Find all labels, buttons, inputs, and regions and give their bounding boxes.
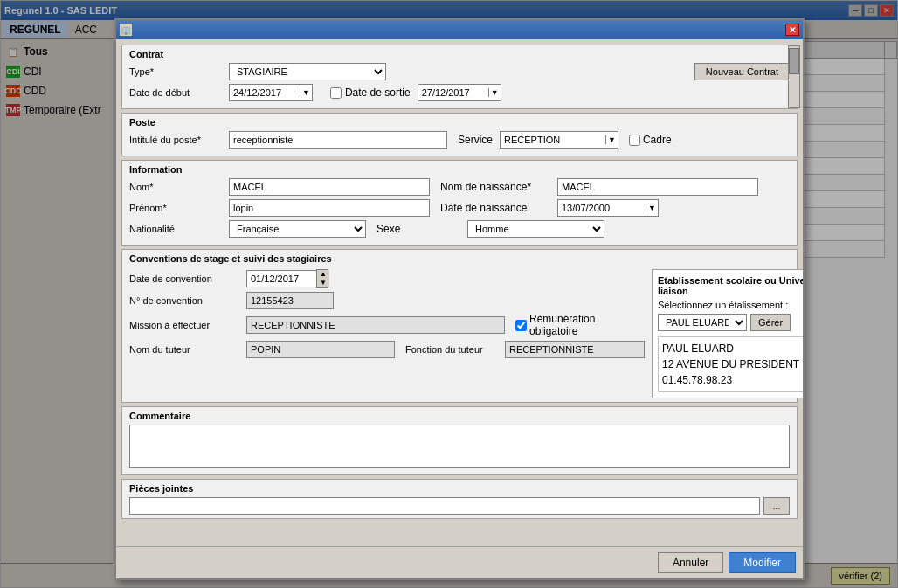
date-naissance-dropdown[interactable]: ▼	[646, 204, 658, 212]
etab-select-row: PAUL ELUARD Gérer	[658, 314, 803, 331]
dates-row: Date de début ▼ Date de sortie	[129, 84, 790, 101]
nom-input[interactable]	[229, 178, 430, 196]
fonction-tuteur-input[interactable]	[505, 341, 645, 358]
date-naissance-label: Date de naissance	[440, 202, 554, 214]
date-debut-dropdown[interactable]: ▼	[300, 88, 312, 97]
remuneration-label: Rémunération obligatoire	[529, 313, 645, 337]
date-debut-field: ▼	[229, 84, 313, 101]
type-row: Type* STAGIAIRE Nouveau Contrat	[129, 63, 790, 80]
type-select[interactable]: STAGIAIRE	[229, 63, 386, 80]
pieces-title: Pièces jointes	[129, 483, 790, 494]
n-convention-input[interactable]	[246, 292, 334, 309]
fonction-tuteur-label: Fonction du tuteur	[405, 344, 501, 355]
tuteur-input[interactable]	[246, 341, 395, 358]
intitule-input[interactable]	[229, 131, 447, 149]
date-naissance-field: ▼	[557, 199, 659, 217]
n-convention-row: N° de convention	[129, 292, 645, 309]
contrat-title: Contrat	[129, 49, 790, 59]
date-sortie-checkbox[interactable]	[330, 87, 342, 99]
dialog-close-button[interactable]: ✕	[785, 24, 799, 36]
prenom-label: Prénom*	[129, 203, 225, 213]
conventions-left: Date de convention ▲ ▼	[129, 269, 645, 398]
tuteur-label: Nom du tuteur	[129, 344, 243, 355]
date-convention-row: Date de convention ▲ ▼	[129, 269, 645, 288]
etab-select[interactable]: PAUL ELUARD	[659, 315, 746, 330]
poste-row: Intitulé du poste* Service ▼ Cadre	[129, 131, 790, 149]
date-sortie-group: Date de sortie	[330, 86, 411, 99]
cadre-group: Cadre	[629, 134, 672, 146]
mission-label: Mission à effectuer	[129, 320, 243, 330]
date-debut-label: Date de début	[129, 87, 225, 98]
pieces-input[interactable]	[129, 497, 760, 515]
cadre-checkbox[interactable]	[629, 135, 640, 146]
service-dropdown[interactable]: ▼	[605, 135, 618, 144]
poste-section: Poste Intitulé du poste* Service ▼	[121, 113, 798, 156]
pieces-browse-btn[interactable]: ...	[763, 497, 790, 515]
commentaire-section: Commentaire	[121, 406, 798, 475]
nationalite-field: Française	[229, 220, 366, 238]
date-sortie-dropdown[interactable]: ▼	[488, 88, 501, 97]
nom-naissance-label: Nom de naissance*	[440, 181, 554, 193]
mission-input[interactable]	[246, 316, 505, 334]
pieces-section: Pièces jointes ...	[121, 479, 798, 519]
information-title: Information	[129, 164, 790, 175]
service-field: ▼	[500, 131, 618, 149]
etab-name: PAUL ELUARD	[662, 342, 734, 355]
cadre-label: Cadre	[643, 134, 672, 146]
date-sortie-field: ▼	[418, 84, 501, 101]
contrat-section: Contrat Type* STAGIAIRE Nouveau Contrat	[121, 45, 798, 109]
nom-label: Nom*	[129, 182, 225, 192]
service-label: Service	[458, 134, 493, 146]
section-scrollbar[interactable]	[788, 45, 800, 108]
pieces-row: ...	[129, 497, 790, 515]
sexe-label: Sexe	[376, 223, 420, 235]
date-convention-input[interactable]	[246, 270, 316, 287]
intitule-label: Intitulé du poste*	[129, 135, 225, 145]
service-input[interactable]	[501, 133, 605, 147]
remuneration-group: Rémunération obligatoire	[515, 313, 645, 337]
main-window: Regunel 1.0 - SAS LEDIT ─ □ ✕ REGUNEL AC…	[0, 0, 898, 588]
nouveau-contrat-button[interactable]: Nouveau Contrat	[694, 63, 790, 80]
mission-row: Mission à effectuer Rémunération obligat…	[129, 313, 645, 337]
commentaire-title: Commentaire	[129, 411, 790, 421]
date-convention-spinner: ▲ ▼	[316, 269, 328, 288]
prenom-input[interactable]	[229, 199, 430, 217]
information-section: Information Nom* Nom de naissance* Préno…	[121, 160, 798, 246]
date-sortie-input[interactable]	[418, 86, 488, 100]
etab-title: Etablissement scolaire ou Universitaire …	[658, 275, 803, 296]
commentaire-textarea[interactable]	[129, 425, 790, 468]
sexe-field: Homme	[467, 220, 604, 238]
date-naissance-input[interactable]	[558, 201, 646, 215]
poste-title: Poste	[129, 117, 790, 128]
spin-down-btn[interactable]: ▼	[317, 279, 329, 287]
etablissement-box: Etablissement scolaire ou Universitaire …	[652, 269, 803, 398]
date-convention-label: Date de convention	[129, 273, 243, 284]
dialog-app-icon: 🏢	[120, 24, 132, 36]
date-sortie-label: Date de sortie	[345, 86, 411, 99]
conventions-inner: Date de convention ▲ ▼	[129, 269, 790, 398]
date-debut-input[interactable]	[230, 86, 300, 100]
tuteur-row: Nom du tuteur Fonction du tuteur	[129, 341, 645, 358]
date-convention-field: ▲ ▼	[246, 269, 328, 288]
prenom-row: Prénom* Date de naissance ▼	[129, 199, 790, 217]
dialog-footer: Annuler Modifier	[116, 546, 803, 578]
etab-select-field: PAUL ELUARD	[658, 314, 747, 331]
nationalite-select[interactable]: Française	[230, 221, 365, 237]
modifier-button[interactable]: Modifier	[729, 552, 796, 573]
dialog-title	[135, 24, 138, 35]
nom-row: Nom* Nom de naissance*	[129, 178, 790, 196]
nationalite-label: Nationalité	[129, 224, 225, 234]
dialog-scroll-area[interactable]: Contrat Type* STAGIAIRE Nouveau Contrat	[116, 39, 803, 546]
select-etab-label: Sélectionnez un étalissement :	[658, 300, 803, 310]
conventions-title: Conventions de stage et suivi des stagia…	[129, 253, 790, 264]
sexe-select[interactable]: Homme	[468, 221, 604, 237]
scrollbar-thumb	[789, 48, 799, 74]
nom-naissance-input[interactable]	[557, 178, 758, 196]
gerer-button[interactable]: Gérer	[750, 314, 791, 331]
spin-up-btn[interactable]: ▲	[317, 270, 329, 279]
dialog-content: Contrat Type* STAGIAIRE Nouveau Contrat	[116, 39, 803, 524]
dialog-overlay: 🏢 ✕ Contrat Type*	[1, 1, 897, 587]
remuneration-checkbox[interactable]	[515, 320, 527, 331]
dialog-title-bar: 🏢 ✕	[116, 20, 803, 39]
annuler-button[interactable]: Annuler	[658, 552, 723, 573]
